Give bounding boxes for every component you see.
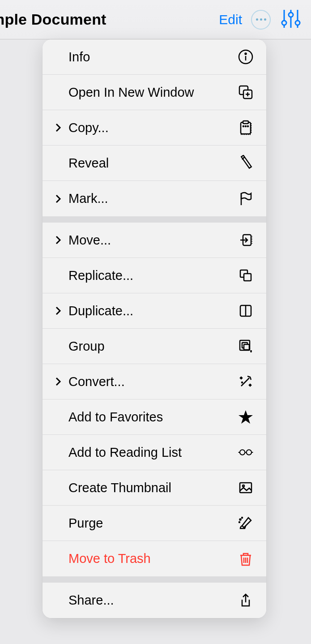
menu-item-add-favorites[interactable]: Add to Favorites bbox=[43, 399, 266, 435]
info-icon bbox=[237, 48, 255, 66]
menu-label: Copy... bbox=[68, 120, 237, 135]
trash-icon bbox=[237, 550, 255, 568]
header-actions: Edit bbox=[219, 9, 302, 31]
svg-point-44 bbox=[242, 517, 243, 518]
menu-item-move-to-trash[interactable]: Move to Trash bbox=[43, 541, 266, 576]
menu-label: Add to Reading List bbox=[68, 445, 237, 460]
menu-label: Create Thumbnail bbox=[68, 481, 237, 495]
menu-label: Move... bbox=[68, 233, 237, 248]
context-menu: Info Open In New Window Copy... Reveal bbox=[43, 39, 266, 618]
page-title: mple Document bbox=[0, 11, 107, 28]
menu-item-open-new-window[interactable]: Open In New Window bbox=[43, 75, 266, 110]
flag-icon bbox=[237, 190, 255, 208]
svg-point-7 bbox=[245, 53, 247, 55]
sliders-icon[interactable] bbox=[280, 9, 302, 31]
svg-point-37 bbox=[247, 450, 251, 455]
svg-rect-14 bbox=[243, 121, 248, 124]
menu-label: Add to Favorites bbox=[68, 410, 237, 425]
menu-item-mark[interactable]: Mark... bbox=[43, 181, 266, 216]
menu-item-share[interactable]: Share... bbox=[43, 583, 266, 618]
svg-point-18 bbox=[245, 126, 246, 127]
menu-section-1: Info Open In New Window Copy... Reveal bbox=[43, 39, 266, 216]
replicate-icon bbox=[237, 266, 255, 284]
menu-item-convert[interactable]: Convert... bbox=[43, 364, 266, 399]
menu-item-move[interactable]: Move... bbox=[43, 223, 266, 258]
chevron-right-icon bbox=[54, 195, 62, 203]
duplicate-icon bbox=[237, 302, 255, 320]
svg-point-43 bbox=[240, 519, 241, 520]
svg-point-17 bbox=[243, 126, 244, 127]
menu-divider bbox=[43, 576, 266, 583]
menu-item-duplicate[interactable]: Duplicate... bbox=[43, 293, 266, 329]
glasses-icon bbox=[237, 443, 255, 461]
edit-button[interactable]: Edit bbox=[219, 12, 242, 27]
thumbnail-icon bbox=[237, 479, 255, 497]
flashlight-icon bbox=[237, 154, 255, 172]
svg-point-42 bbox=[243, 485, 244, 487]
svg-rect-26 bbox=[244, 274, 251, 281]
new-window-icon bbox=[237, 83, 255, 101]
purge-icon bbox=[237, 514, 255, 532]
menu-section-3: Share... bbox=[43, 583, 266, 618]
svg-rect-41 bbox=[240, 483, 251, 493]
svg-point-36 bbox=[240, 450, 245, 455]
star-icon bbox=[237, 408, 255, 426]
menu-item-info[interactable]: Info bbox=[43, 39, 266, 75]
more-button[interactable] bbox=[251, 10, 271, 30]
menu-section-2: Move... Replicate... Duplicate... Group bbox=[43, 223, 266, 576]
menu-label: Duplicate... bbox=[68, 304, 237, 318]
svg-point-35 bbox=[242, 382, 243, 383]
share-icon bbox=[237, 592, 255, 610]
ellipsis-icon bbox=[256, 18, 266, 21]
svg-point-3 bbox=[289, 13, 293, 17]
clipboard-icon bbox=[237, 119, 255, 137]
menu-label: Open In New Window bbox=[68, 85, 237, 100]
chevron-right-icon bbox=[54, 124, 62, 132]
chevron-right-icon bbox=[54, 378, 62, 386]
menu-label: Share... bbox=[68, 593, 237, 608]
menu-item-copy[interactable]: Copy... bbox=[43, 110, 266, 146]
menu-item-reveal[interactable]: Reveal bbox=[43, 146, 266, 181]
menu-label: Convert... bbox=[68, 374, 237, 389]
menu-item-add-reading-list[interactable]: Add to Reading List bbox=[43, 435, 266, 470]
menu-label: Purge bbox=[68, 516, 237, 531]
chevron-right-icon bbox=[54, 236, 62, 244]
convert-icon bbox=[237, 373, 255, 391]
svg-point-45 bbox=[239, 522, 240, 523]
menu-item-replicate[interactable]: Replicate... bbox=[43, 258, 266, 293]
menu-item-create-thumbnail[interactable]: Create Thumbnail bbox=[43, 470, 266, 506]
chevron-right-icon bbox=[54, 307, 62, 315]
menu-label: Mark... bbox=[68, 191, 237, 206]
menu-label: Reveal bbox=[68, 156, 237, 171]
menu-label: Replicate... bbox=[68, 268, 237, 283]
svg-point-5 bbox=[295, 21, 300, 25]
menu-item-purge[interactable]: Purge bbox=[43, 506, 266, 541]
svg-point-1 bbox=[282, 21, 286, 25]
move-icon bbox=[237, 231, 255, 249]
group-icon bbox=[237, 337, 255, 355]
svg-rect-31 bbox=[244, 344, 249, 350]
menu-item-group[interactable]: Group bbox=[43, 329, 266, 364]
menu-label: Move to Trash bbox=[68, 551, 237, 566]
header: mple Document Edit bbox=[0, 0, 311, 39]
menu-label: Info bbox=[68, 50, 237, 64]
svg-point-19 bbox=[247, 126, 248, 127]
menu-divider bbox=[43, 216, 266, 223]
menu-label: Group bbox=[68, 339, 237, 354]
